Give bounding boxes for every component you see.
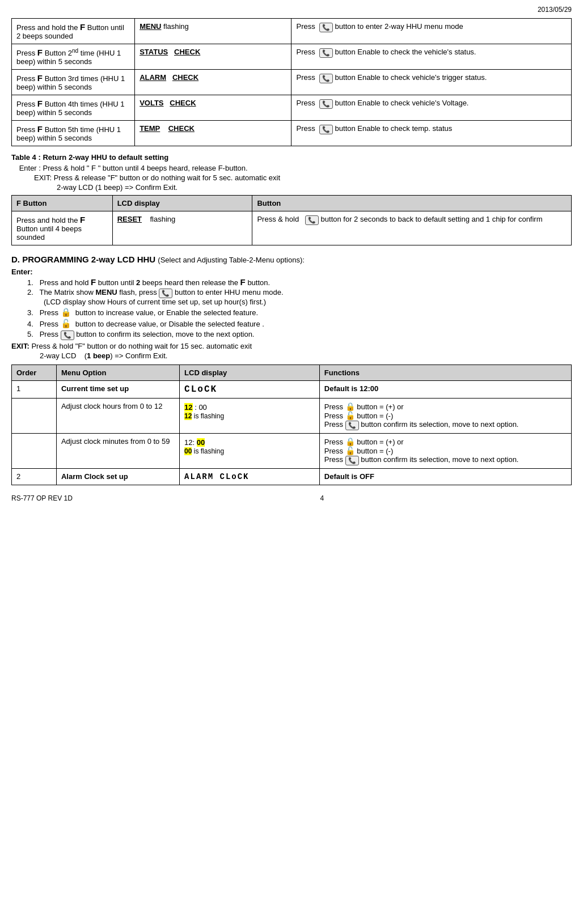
- pt-h3: LCD display: [180, 365, 320, 381]
- table-row: Press F Button 5th time (HHU 1 beep) wit…: [12, 121, 572, 146]
- prog-exit1: EXIT: Press & hold "F" button or do noth…: [11, 342, 572, 350]
- t3-r1-c1: Press and hold the F Button until 2 beep…: [12, 19, 135, 44]
- t4-r1-c1: Press and hold the F Button until 4 beep…: [12, 211, 113, 245]
- table4: F Button LCD display Button Press and ho…: [11, 195, 572, 245]
- t3-r5-c2: TEMP CHECK: [135, 121, 292, 146]
- date-header: 2013/05/29: [11, 6, 572, 14]
- table-row: Adjust clock minutes from 0 to 59 12: 00…: [12, 434, 572, 469]
- prog-step3: 3. Press 🔒 button to increase value, or …: [27, 307, 572, 317]
- prog-table-header: Order Menu Option LCD display Functions: [12, 365, 572, 381]
- phone-icon1: 📞: [319, 23, 333, 32]
- t3-r4-c3: Press 📞 button Enable to check vehicle's…: [292, 95, 572, 121]
- footer-left: RS-777 OP REV 1D: [11, 494, 73, 502]
- pt-r4-order: 2: [12, 469, 57, 485]
- table-row: Press F Button 2nd time (HHU 1 beep) wit…: [12, 44, 572, 70]
- pt-h2: Menu Option: [56, 365, 179, 381]
- pt-r4-func: Default is OFF: [319, 469, 571, 485]
- table4-exit2: 2-way LCD (1 beep) => Confirm Exit.: [57, 183, 572, 192]
- phone-icon9: 📞: [345, 421, 359, 430]
- pt-r1-order: 1: [12, 381, 57, 399]
- phone-icon5: 📞: [319, 125, 333, 134]
- table-row: 1 Current time set up CLoCK Default is 1…: [12, 381, 572, 399]
- pt-h4: Functions: [319, 365, 571, 381]
- prog-step2: 2. The Matrix show MENU flash, press 📞 b…: [27, 288, 572, 306]
- prog-step4: 4. Press 🔓 button to decrease value, or …: [27, 319, 572, 329]
- table-row: Press and hold the F Button until 4 beep…: [12, 211, 572, 245]
- table-row: Adjust clock hours from 0 to 12 12 : 00 …: [12, 399, 572, 434]
- pt-r4-lcd: ALARM CLoCK: [180, 469, 320, 485]
- table4-header-row: F Button LCD display Button: [12, 196, 572, 211]
- t3-r4-c2: VOLTS CHECK: [135, 95, 292, 121]
- t4-r1-c2: RESET flashing: [112, 211, 252, 245]
- pt-r3-menu: Adjust clock minutes from 0 to 59: [56, 434, 179, 469]
- prog-step1: 1. Press and hold F button until 2 beeps…: [27, 277, 572, 287]
- prog-table: Order Menu Option LCD display Functions …: [11, 364, 572, 485]
- table3: Press and hold the F Button until 2 beep…: [11, 18, 572, 146]
- pt-r1-func: Default is 12:00: [319, 381, 571, 399]
- footer-center: 4: [320, 494, 324, 502]
- t3-r2-c3: Press 📞 button Enable to check the vehic…: [292, 44, 572, 70]
- t3-r1-c3: Press 📞 button to enter 2-way HHU menu m…: [292, 19, 572, 44]
- t3-r5-c1: Press F Button 5th time (HHU 1 beep) wit…: [12, 121, 135, 146]
- t3-r4-c1: Press F Button 4th times (HHU 1 beep) wi…: [12, 95, 135, 121]
- table-row: Press F Button 4th times (HHU 1 beep) wi…: [12, 95, 572, 121]
- table4-exit1: EXIT: Press & release "F" button or do n…: [34, 173, 572, 182]
- pt-r1-lcd: CLoCK: [180, 381, 320, 399]
- phone-icon2: 📞: [319, 48, 333, 58]
- prog-title: D. PROGRAMMING 2-way LCD HHU (Select and…: [11, 255, 572, 264]
- t3-r3-c2: ALARM CHECK: [135, 70, 292, 95]
- pt-r2-lcd: 12 : 00 12 is flashing: [180, 399, 320, 434]
- pt-r2-order: [12, 399, 57, 434]
- pt-r2-menu: Adjust clock hours from 0 to 12: [56, 399, 179, 434]
- phone-icon4: 📞: [319, 99, 333, 109]
- pt-r3-lcd: 12: 00 00 is flashing: [180, 434, 320, 469]
- table-row: Press F Button 3rd times (HHU 1 beep) wi…: [12, 70, 572, 95]
- t3-r5-c3: Press 📞 button Enable to check temp. sta…: [292, 121, 572, 146]
- pt-r2-func: Press 🔒 button = (+) or Press 🔓 button =…: [319, 399, 571, 434]
- pt-r3-order: [12, 434, 57, 469]
- prog-step5: 5. Press 📞 button to confirm its selecti…: [27, 330, 572, 340]
- footer: RS-777 OP REV 1D 4: [11, 494, 572, 502]
- pt-r1-menu: Current time set up: [56, 381, 179, 399]
- prog-enter-label: Enter:: [11, 268, 572, 276]
- pt-r3-func: Press 🔒 button = (+) or Press 🔓 button =…: [319, 434, 571, 469]
- t3-r1-c2: MENU flashing: [135, 19, 292, 44]
- pt-r4-menu: Alarm Clock set up: [56, 469, 179, 485]
- t3-r3-c3: Press 📞 button Enable to check vehicle's…: [292, 70, 572, 95]
- prog-exit2: 2-way LCD (1 beep) => Confirm Exit.: [40, 351, 572, 360]
- t4-r1-c3: Press & hold 📞 button for 2 seconds to b…: [252, 211, 572, 245]
- phone-icon10: 📞: [345, 456, 359, 465]
- phone-icon8: 📞: [61, 330, 74, 340]
- t3-r2-c2: STATUS CHECK: [135, 44, 292, 70]
- t4-h2: LCD display: [112, 196, 252, 211]
- t4-h1: F Button: [12, 196, 113, 211]
- phone-icon3: 📞: [319, 74, 333, 83]
- phone-icon7: 📞: [159, 289, 172, 298]
- t3-r3-c1: Press F Button 3rd times (HHU 1 beep) wi…: [12, 70, 135, 95]
- table-row: 2 Alarm Clock set up ALARM CLoCK Default…: [12, 469, 572, 485]
- table4-caption: Table 4 : Return 2-way HHU to default se…: [11, 153, 572, 162]
- t3-r2-c1: Press F Button 2nd time (HHU 1 beep) wit…: [12, 44, 135, 70]
- prog-section: D. PROGRAMMING 2-way LCD HHU (Select and…: [11, 255, 572, 485]
- date-text: 2013/05/29: [538, 6, 572, 14]
- t4-h3: Button: [252, 196, 572, 211]
- table-row: Press and hold the F Button until 2 beep…: [12, 19, 572, 44]
- table4-enter: Enter : Press & hold " F " button until …: [17, 164, 572, 172]
- pt-h1: Order: [12, 365, 57, 381]
- phone-icon6: 📞: [305, 215, 319, 225]
